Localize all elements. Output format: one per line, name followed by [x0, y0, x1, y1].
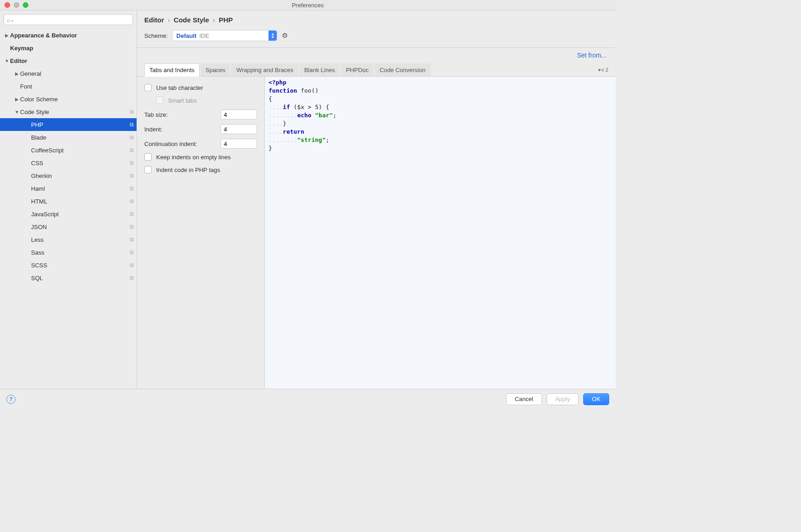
tree-item[interactable]: Haml⧉	[0, 182, 137, 195]
chevron-down-icon: ▼	[14, 110, 20, 115]
tree-item-label: Appearance & Behavior	[10, 32, 134, 39]
tree-item[interactable]: JSON⧉	[0, 220, 137, 233]
tree-item-label: Font	[20, 83, 134, 90]
gear-icon[interactable]: ⚙︎	[282, 31, 288, 40]
checkbox-icon	[144, 153, 152, 161]
tree-item[interactable]: CSS⧉	[0, 156, 137, 169]
copy-icon: ⧉	[130, 185, 134, 192]
indent-row: Indent:	[144, 124, 257, 134]
search-input[interactable]: ⌕▾	[4, 14, 133, 25]
copy-icon: ⧉	[130, 172, 134, 179]
chevron-right-icon: ▶	[14, 71, 20, 76]
tree-item[interactable]: JavaScript⧉	[0, 208, 137, 220]
tree-item[interactable]: PHP⧉	[0, 118, 137, 131]
copy-icon: ⧉	[130, 224, 134, 230]
tab-size-input[interactable]	[221, 110, 257, 120]
cancel-button[interactable]: Cancel	[506, 393, 542, 405]
tree-item[interactable]: CoffeeScript⧉	[0, 144, 137, 156]
scheme-row: Scheme: Default IDE ▲▼ ⚙︎	[137, 26, 616, 48]
breadcrumb-sep-icon: ›	[209, 16, 219, 24]
tab[interactable]: Spaces	[200, 63, 230, 76]
breadcrumb-item[interactable]: PHP	[219, 16, 233, 24]
use-tab-character-checkbox[interactable]: Use tab character	[144, 84, 257, 91]
tree-item[interactable]: Blade⧉	[0, 131, 137, 144]
tab[interactable]: Blank Lines	[299, 63, 340, 76]
tabs: Tabs and IndentsSpacesWrapping and Brace…	[137, 63, 616, 77]
indent-input[interactable]	[221, 124, 257, 134]
footer: ? Cancel Apply OK	[0, 389, 616, 409]
tab[interactable]: Wrapping and Braces	[231, 63, 298, 76]
field-label: Tab size:	[144, 111, 221, 118]
copy-icon: ⧉	[130, 134, 134, 141]
tree-item[interactable]: Sass⧉	[0, 246, 137, 259]
tree-item[interactable]: ▼Editor	[0, 54, 137, 67]
indent-in-php-tags-checkbox[interactable]: Indent code in PHP tags	[144, 166, 257, 173]
copy-icon: ⧉	[130, 121, 134, 128]
tree-item-label: Less	[31, 236, 130, 243]
breadcrumb-sep-icon: ›	[164, 16, 174, 24]
chevron-right-icon: ▶	[14, 97, 20, 102]
tree-item-label: CSS	[31, 160, 130, 167]
tree-item[interactable]: SQL⧉	[0, 271, 137, 284]
tree-item-label: CoffeeScript	[31, 147, 130, 154]
content: Editor › Code Style › PHP Scheme: Defaul…	[137, 10, 616, 389]
tree-item[interactable]: Font	[0, 80, 137, 93]
ok-button[interactable]: OK	[583, 393, 609, 405]
checkbox-icon	[144, 166, 152, 173]
tree-item[interactable]: ▼Code Style⧉	[0, 105, 137, 118]
tree-item-label: Color Scheme	[20, 96, 134, 103]
tree-item-label: PHP	[31, 121, 130, 128]
tree-item[interactable]: HTML⧉	[0, 195, 137, 208]
tree-item[interactable]: Keymap	[0, 42, 137, 54]
main: ⌕▾ ▶Appearance & BehaviorKeymap▼Editor▶G…	[0, 10, 616, 389]
copy-icon: ⧉	[130, 160, 134, 166]
tree-item-label: JavaScript	[31, 211, 130, 218]
tree-item-label: SQL	[31, 275, 130, 282]
tab-size-row: Tab size:	[144, 110, 257, 120]
tab[interactable]: PHPDoc	[341, 63, 374, 76]
breadcrumb-item[interactable]: Code Style	[174, 16, 209, 24]
checkbox-icon	[156, 97, 163, 104]
copy-icon: ⧉	[130, 262, 134, 268]
keep-indents-checkbox[interactable]: Keep indents on empty lines	[144, 153, 257, 161]
continuation-indent-input[interactable]	[221, 139, 257, 149]
chevron-up-down-icon: ▲▼	[269, 31, 277, 41]
tree-item-label: Keymap	[10, 45, 134, 52]
scheme-select[interactable]: Default IDE ▲▼	[172, 30, 277, 41]
apply-button[interactable]: Apply	[547, 393, 579, 405]
settings-tree: ▶Appearance & BehaviorKeymap▼Editor▶Gene…	[0, 29, 137, 389]
sidebar: ⌕▾ ▶Appearance & BehaviorKeymap▼Editor▶G…	[0, 10, 137, 389]
breadcrumb: Editor › Code Style › PHP	[137, 10, 616, 26]
list-icon: ▾≡	[598, 67, 604, 73]
copy-icon: ⧉	[130, 249, 134, 256]
set-from-link[interactable]: Set from...	[137, 48, 616, 63]
tree-item[interactable]: Less⧉	[0, 233, 137, 246]
field-label: Indent:	[144, 126, 221, 133]
scheme-label: Scheme:	[144, 32, 168, 39]
tree-item[interactable]: ▶Appearance & Behavior	[0, 29, 137, 42]
search-wrap: ⌕▾	[0, 10, 137, 29]
tree-item[interactable]: ▶Color Scheme	[0, 93, 137, 105]
softwrap-indicator[interactable]: ▾≡2	[598, 67, 608, 73]
tree-item-label: Haml	[31, 185, 130, 192]
checkbox-icon	[144, 84, 152, 91]
code-preview: <?php function foo() { ....if ($x > 5) {…	[265, 77, 616, 389]
tree-item[interactable]: Gherkin⧉	[0, 169, 137, 182]
copy-icon: ⧉	[130, 147, 134, 153]
tab[interactable]: Tabs and Indents	[144, 63, 200, 77]
breadcrumb-item[interactable]: Editor	[144, 16, 164, 24]
tree-item[interactable]: SCSS⧉	[0, 259, 137, 271]
help-icon[interactable]: ?	[6, 395, 16, 404]
window-title: Preferences	[0, 2, 616, 9]
tree-item[interactable]: ▶General	[0, 67, 137, 80]
scheme-value: Default	[176, 32, 196, 39]
continuation-indent-row: Continuation indent:	[144, 139, 257, 149]
scheme-suffix: IDE	[199, 32, 209, 39]
tree-item-label: Sass	[31, 249, 130, 256]
tree-item-label: SCSS	[31, 262, 130, 269]
tab[interactable]: Code Conversion	[374, 63, 430, 76]
copy-icon: ⧉	[130, 109, 134, 115]
tree-item-label: Code Style	[20, 109, 130, 115]
copy-icon: ⧉	[130, 275, 134, 281]
smart-tabs-checkbox: Smart tabs	[156, 97, 257, 104]
